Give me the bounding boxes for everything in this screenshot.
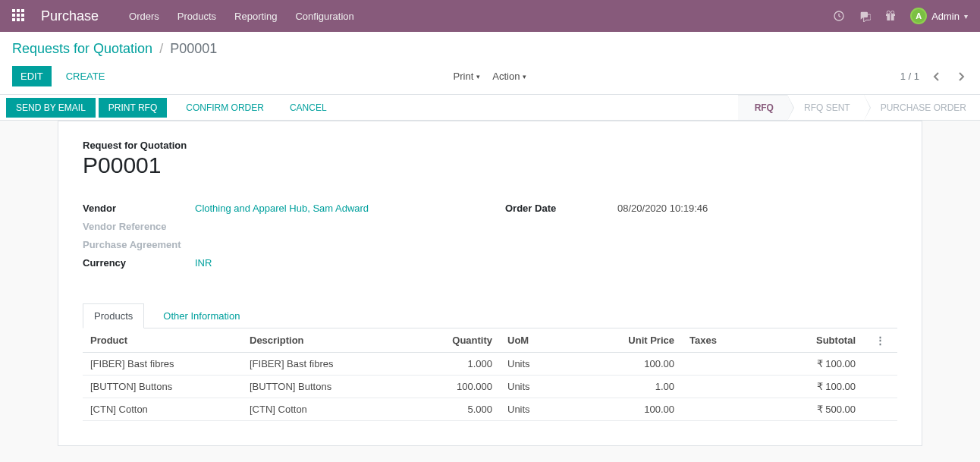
svg-point-4 bbox=[887, 11, 890, 14]
discuss-icon[interactable] bbox=[859, 10, 871, 22]
gift-icon[interactable] bbox=[884, 10, 897, 22]
cell-product: [FIBER] Bast fibres bbox=[83, 353, 242, 376]
user-menu[interactable]: A Admin ▾ bbox=[910, 8, 968, 24]
cell-unit-price: 100.00 bbox=[568, 398, 682, 421]
caret-down-icon: ▾ bbox=[523, 73, 526, 80]
status-rfq[interactable]: RFQ bbox=[738, 95, 787, 120]
order-lines-table: Product Description Quantity UoM Unit Pr… bbox=[83, 328, 897, 421]
statusbar: SEND BY EMAIL PRINT RFQ CONFIRM ORDER CA… bbox=[0, 95, 980, 121]
col-uom[interactable]: UoM bbox=[500, 328, 568, 353]
avatar: A bbox=[910, 8, 927, 24]
cell-subtotal: ₹ 100.00 bbox=[758, 376, 863, 398]
cell-uom: Units bbox=[500, 353, 568, 376]
vendor-ref-label: Vendor Reference bbox=[83, 221, 195, 233]
action-dropdown[interactable]: Action ▾ bbox=[492, 71, 526, 82]
user-name: Admin bbox=[931, 11, 960, 22]
chevron-down-icon: ▾ bbox=[964, 12, 968, 20]
currency-label: Currency bbox=[83, 257, 195, 269]
pager-next-icon[interactable] bbox=[954, 71, 968, 82]
table-row[interactable]: [FIBER] Bast fibres[FIBER] Bast fibres1.… bbox=[83, 353, 897, 376]
svg-point-5 bbox=[891, 11, 894, 14]
columns-options-icon[interactable]: ⋮ bbox=[871, 335, 890, 346]
cell-subtotal: ₹ 500.00 bbox=[758, 398, 863, 421]
status-purchase-order[interactable]: PURCHASE ORDER bbox=[864, 95, 980, 120]
status-rfq-sent[interactable]: RFQ SENT bbox=[787, 95, 864, 120]
purchase-agreement-label: Purchase Agreement bbox=[83, 239, 212, 251]
action-label: Action bbox=[492, 71, 520, 82]
cell-product: [BUTTON] Buttons bbox=[83, 376, 242, 398]
cell-taxes bbox=[682, 376, 758, 398]
table-row[interactable]: [CTN] Cotton[CTN] Cotton5.000Units100.00… bbox=[83, 398, 897, 421]
vendor-label: Vendor bbox=[83, 203, 195, 215]
col-unit-price[interactable]: Unit Price bbox=[568, 328, 682, 353]
print-label: Print bbox=[454, 71, 474, 82]
print-dropdown[interactable]: Print ▾ bbox=[454, 71, 481, 82]
cell-description: [CTN] Cotton bbox=[242, 398, 416, 421]
pager[interactable]: 1 / 1 bbox=[900, 71, 919, 82]
order-date-label: Order Date bbox=[505, 203, 617, 215]
status-steps: RFQ RFQ SENT PURCHASE ORDER bbox=[738, 95, 980, 120]
notebook-tabs: Products Other Information bbox=[83, 303, 897, 328]
vendor-ref-value bbox=[195, 221, 475, 233]
breadcrumb: Requests for Quotation / P00001 bbox=[12, 41, 968, 57]
cell-subtotal: ₹ 100.00 bbox=[758, 353, 863, 376]
pager-prev-icon[interactable] bbox=[930, 71, 944, 82]
main-navbar: Purchase Orders Products Reporting Confi… bbox=[0, 0, 980, 32]
col-quantity[interactable]: Quantity bbox=[416, 328, 500, 353]
form-sheet: Request for Quotation P00001 Vendor Clot… bbox=[58, 121, 922, 446]
send-email-button[interactable]: SEND BY EMAIL bbox=[6, 98, 96, 118]
control-panel: EDIT CREATE Print ▾ Action ▾ 1 / 1 bbox=[0, 60, 980, 95]
cell-quantity: 5.000 bbox=[416, 398, 500, 421]
cell-unit-price: 100.00 bbox=[568, 353, 682, 376]
col-product[interactable]: Product bbox=[83, 328, 242, 353]
purchase-agreement-value bbox=[212, 239, 475, 251]
edit-button[interactable]: EDIT bbox=[12, 66, 52, 86]
confirm-order-button[interactable]: CONFIRM ORDER bbox=[176, 98, 274, 118]
form-left-col: Vendor Clothing and Apparel Hub, Sam Adw… bbox=[83, 200, 475, 272]
table-row[interactable]: [BUTTON] Buttons[BUTTON] Buttons100.000U… bbox=[83, 376, 897, 398]
cell-description: [BUTTON] Buttons bbox=[242, 376, 416, 398]
menu-configuration[interactable]: Configuration bbox=[295, 11, 353, 22]
col-description[interactable]: Description bbox=[242, 328, 416, 353]
cell-uom: Units bbox=[500, 376, 568, 398]
app-name[interactable]: Purchase bbox=[41, 8, 99, 24]
breadcrumb-separator: / bbox=[159, 41, 163, 56]
menu-reporting[interactable]: Reporting bbox=[234, 11, 277, 22]
col-taxes[interactable]: Taxes bbox=[682, 328, 758, 353]
sheet-wrap: Request for Quotation P00001 Vendor Clot… bbox=[0, 121, 980, 446]
record-name: P00001 bbox=[83, 152, 897, 178]
breadcrumb-bar: Requests for Quotation / P00001 bbox=[0, 32, 980, 60]
cell-taxes bbox=[682, 398, 758, 421]
avatar-letter: A bbox=[916, 11, 922, 20]
menu-products[interactable]: Products bbox=[177, 11, 216, 22]
cell-quantity: 1.000 bbox=[416, 353, 500, 376]
menu-orders[interactable]: Orders bbox=[129, 11, 159, 22]
breadcrumb-root[interactable]: Requests for Quotation bbox=[12, 41, 152, 56]
cell-uom: Units bbox=[500, 398, 568, 421]
create-button[interactable]: CREATE bbox=[58, 66, 114, 86]
tab-other-information[interactable]: Other Information bbox=[152, 303, 251, 328]
cell-product: [CTN] Cotton bbox=[83, 398, 242, 421]
apps-icon[interactable] bbox=[12, 9, 26, 23]
col-subtotal[interactable]: Subtotal bbox=[758, 328, 863, 353]
cell-unit-price: 1.00 bbox=[568, 376, 682, 398]
print-rfq-button[interactable]: PRINT RFQ bbox=[99, 98, 167, 118]
form-title-label: Request for Quotation bbox=[83, 140, 897, 151]
currency-link[interactable]: INR bbox=[195, 257, 212, 269]
breadcrumb-current: P00001 bbox=[170, 41, 217, 56]
cell-quantity: 100.000 bbox=[416, 376, 500, 398]
cell-description: [FIBER] Bast fibres bbox=[242, 353, 416, 376]
tab-products[interactable]: Products bbox=[83, 303, 144, 328]
cell-taxes bbox=[682, 353, 758, 376]
order-date-value: 08/20/2020 10:19:46 bbox=[617, 203, 897, 215]
caret-down-icon: ▾ bbox=[476, 73, 480, 80]
vendor-link[interactable]: Clothing and Apparel Hub, Sam Adward bbox=[195, 203, 369, 214]
top-menu: Orders Products Reporting Configuration bbox=[129, 11, 354, 22]
form-right-col: Order Date 08/20/2020 10:19:46 bbox=[505, 200, 897, 272]
activity-icon[interactable] bbox=[833, 10, 845, 22]
cancel-button[interactable]: CANCEL bbox=[280, 98, 337, 118]
